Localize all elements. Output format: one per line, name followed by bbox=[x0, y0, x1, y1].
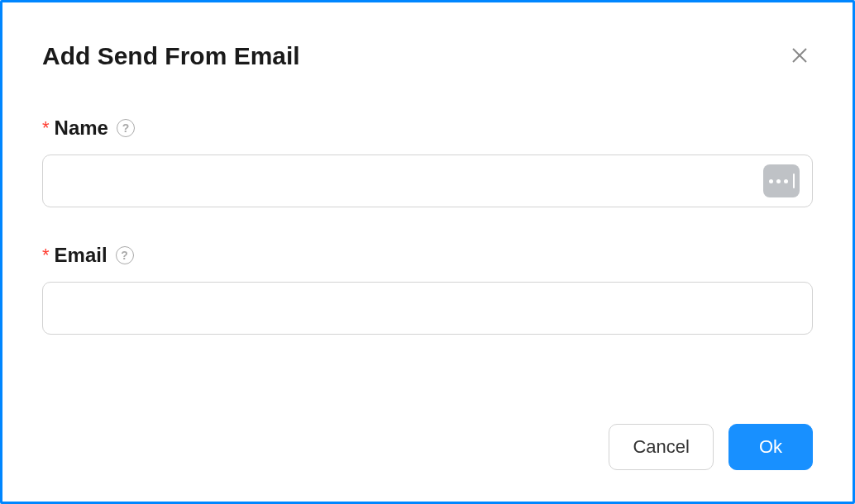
email-label: Email bbox=[55, 244, 107, 267]
close-icon bbox=[790, 45, 810, 65]
modal-title: Add Send From Email bbox=[42, 42, 300, 70]
name-field-group: * Name ? bbox=[42, 116, 813, 207]
email-label-row: * Email ? bbox=[42, 244, 813, 267]
required-star-icon: * bbox=[42, 246, 50, 264]
cancel-button[interactable]: Cancel bbox=[609, 424, 713, 470]
close-button[interactable] bbox=[786, 42, 813, 69]
name-input[interactable] bbox=[42, 155, 813, 207]
required-star-icon: * bbox=[42, 119, 50, 137]
ok-button[interactable]: Ok bbox=[728, 424, 813, 470]
name-label: Name bbox=[55, 116, 108, 140]
email-field-group: * Email ? bbox=[42, 244, 813, 335]
modal-header: Add Send From Email bbox=[42, 42, 813, 70]
add-send-from-email-modal: Add Send From Email * Name ? * E bbox=[0, 0, 855, 504]
email-input[interactable] bbox=[42, 282, 813, 335]
help-icon[interactable]: ? bbox=[117, 119, 135, 137]
name-input-wrapper bbox=[42, 155, 813, 207]
name-label-row: * Name ? bbox=[42, 116, 813, 140]
password-manager-icon[interactable] bbox=[763, 164, 800, 197]
help-icon[interactable]: ? bbox=[116, 246, 134, 264]
modal-footer: Cancel Ok bbox=[609, 424, 813, 470]
